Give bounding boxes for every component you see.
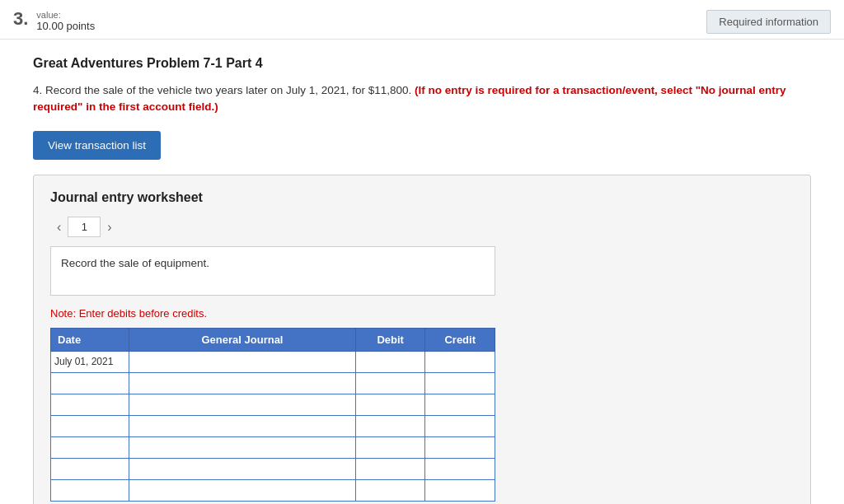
date-input[interactable] [54,418,125,435]
value-label: value: [36,10,95,20]
general-journal-cell[interactable] [129,372,356,394]
main-content: Great Adventures Problem 7-1 Part 4 4. R… [0,40,844,504]
general-journal-input[interactable] [133,375,352,392]
prev-tab-button[interactable]: ‹ [50,217,68,238]
credit-cell[interactable] [425,458,495,479]
credit-input[interactable] [429,396,491,413]
value-info: value: 10.00 points [36,10,95,32]
credit-input[interactable] [429,439,491,456]
date-cell[interactable] [51,458,129,479]
general-journal-cell[interactable] [129,436,356,458]
debit-input[interactable] [359,375,422,392]
date-cell[interactable] [51,372,129,394]
general-journal-input[interactable] [133,482,352,499]
debit-cell[interactable] [355,458,425,479]
col-header-debit: Debit [355,328,425,351]
view-transaction-button[interactable]: View transaction list [33,131,161,160]
table-row: July 01, 2021 [51,351,495,372]
instruction-text: Record the sale of the vehicle two years… [45,84,411,96]
date-cell[interactable] [51,436,129,458]
date-input[interactable] [54,482,125,499]
general-journal-input[interactable] [133,396,352,413]
debit-input[interactable] [359,439,422,456]
general-journal-input[interactable] [133,460,352,478]
entry-description: Record the sale of equipment. [50,246,495,296]
credit-cell[interactable] [425,415,495,436]
credit-cell[interactable] [425,372,495,394]
tab-number[interactable]: 1 [68,217,101,237]
general-journal-cell[interactable] [129,351,356,372]
table-row [51,458,495,479]
debit-cell[interactable] [355,372,425,394]
date-cell: July 01, 2021 [51,351,129,372]
debit-cell[interactable] [355,436,425,458]
date-input[interactable] [54,396,125,413]
instructions: 4. Record the sale of the vehicle two ye… [33,82,811,116]
general-journal-cell[interactable] [129,415,356,436]
general-journal-input[interactable] [133,439,352,456]
col-header-credit: Credit [425,328,495,351]
required-info-button[interactable]: Required information [706,10,831,34]
table-row [51,479,495,501]
tab-navigation: ‹ 1 › [50,217,794,238]
date-cell[interactable] [51,394,129,415]
general-journal-input[interactable] [133,418,352,435]
top-bar: 3. value: 10.00 points Required informat… [0,0,844,40]
col-header-date: Date [51,328,129,351]
debit-cell[interactable] [355,351,425,372]
date-cell[interactable] [51,479,129,501]
table-row [51,372,495,394]
debit-input[interactable] [359,482,422,499]
debit-input[interactable] [359,460,422,478]
table-row [51,415,495,436]
date-input[interactable] [54,460,125,478]
table-row [51,394,495,415]
col-header-general: General Journal [129,328,356,351]
worksheet-container: Journal entry worksheet ‹ 1 › Record the… [33,175,811,505]
value-points: 10.00 points [36,20,95,32]
credit-cell[interactable] [425,394,495,415]
credit-cell[interactable] [425,351,495,372]
credit-input[interactable] [429,482,491,499]
credit-input[interactable] [429,375,491,392]
instruction-number: 4. [33,84,42,96]
credit-input[interactable] [429,418,491,435]
credit-input[interactable] [429,460,491,478]
debit-cell[interactable] [355,394,425,415]
general-journal-cell[interactable] [129,394,356,415]
credit-cell[interactable] [425,436,495,458]
date-input[interactable] [54,439,125,456]
table-row [51,436,495,458]
debit-input[interactable] [359,396,422,413]
debit-input[interactable] [359,418,422,435]
note-text: Note: Enter debits before credits. [50,307,794,320]
journal-table: Date General Journal Debit Credit July 0… [50,328,495,502]
debit-input[interactable] [359,353,422,371]
question-number: 3. [13,10,28,28]
general-journal-cell[interactable] [129,479,356,501]
date-input[interactable] [54,375,125,392]
credit-cell[interactable] [425,479,495,501]
worksheet-title: Journal entry worksheet [50,190,794,205]
problem-title: Great Adventures Problem 7-1 Part 4 [33,56,811,71]
debit-cell[interactable] [355,479,425,501]
credit-input[interactable] [429,353,491,371]
date-cell[interactable] [51,415,129,436]
next-tab-button[interactable]: › [101,217,118,238]
debit-cell[interactable] [355,415,425,436]
general-journal-input[interactable] [133,353,352,371]
general-journal-cell[interactable] [129,458,356,479]
